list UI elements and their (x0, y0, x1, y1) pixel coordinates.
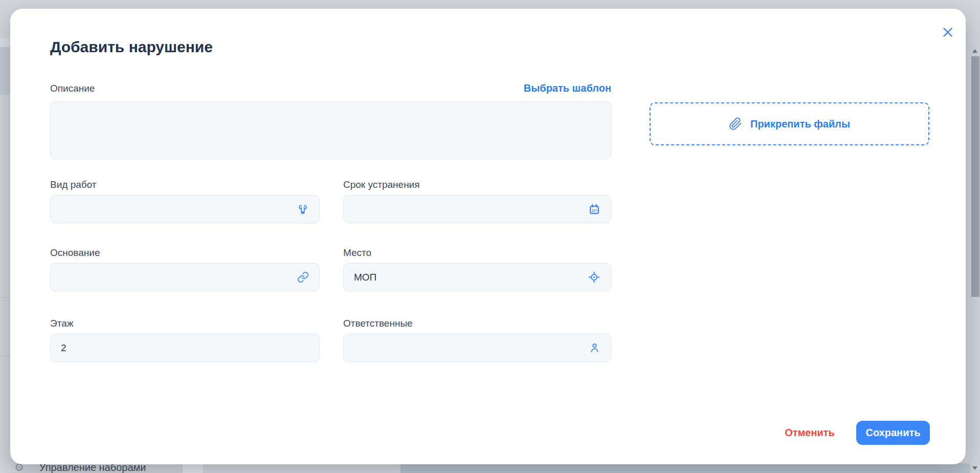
attach-files-button[interactable]: Прикрепить файлы (650, 102, 929, 145)
cancel-button[interactable]: Отменить (777, 425, 842, 440)
screen: ⚙ Управление наборами Добавить нарушение… (0, 0, 980, 473)
deadline-label: Срок устранения (343, 179, 611, 190)
locate-icon[interactable] (588, 271, 600, 284)
description-label: Описание (50, 83, 95, 94)
calendar-icon[interactable] (588, 203, 600, 216)
bg-bottom-right (400, 463, 970, 473)
bg-bottom-mid (203, 463, 400, 473)
basis-field[interactable] (50, 263, 320, 291)
wrench-icon[interactable] (297, 203, 309, 216)
basis-label: Основание (50, 247, 320, 259)
choose-template-link[interactable]: Выбрать шаблон (524, 82, 611, 94)
floor-label: Этаж (50, 318, 320, 329)
place-label: Место (343, 247, 611, 259)
description-textarea[interactable] (50, 101, 611, 159)
modal-title: Добавить нарушение (50, 38, 213, 56)
bg-left-strip-light (0, 38, 10, 47)
bg-left-strip-dark (0, 47, 10, 95)
scroll-down-icon[interactable] (972, 466, 977, 470)
responsible-field[interactable] (343, 334, 611, 362)
link-icon[interactable] (297, 271, 309, 283)
work-type-field[interactable] (50, 195, 320, 223)
bg-left-strip-seam2 (0, 356, 10, 357)
bg-bottom-lightblock (183, 463, 203, 473)
user-icon[interactable] (589, 342, 600, 354)
close-icon (941, 26, 954, 39)
place-field[interactable]: МОП (343, 263, 611, 291)
scrollbar-thumb[interactable] (971, 56, 979, 297)
save-button[interactable]: Сохранить (856, 421, 930, 445)
responsible-label: Ответственные (343, 318, 611, 329)
work-type-label: Вид работ (50, 179, 320, 190)
add-violation-modal: Добавить нарушение Описание Выбрать шабл… (10, 9, 966, 464)
description-header: Описание Выбрать шаблон (50, 82, 611, 94)
deadline-field[interactable] (343, 195, 611, 223)
floor-field[interactable]: 2 (50, 334, 320, 362)
attach-files-label: Прикрепить файлы (750, 118, 850, 130)
scroll-up-icon[interactable] (972, 49, 977, 53)
paperclip-icon (729, 117, 742, 131)
bg-left-strip-seam1 (0, 297, 10, 298)
close-button[interactable] (940, 24, 956, 40)
page-scrollbar[interactable] (970, 45, 980, 473)
